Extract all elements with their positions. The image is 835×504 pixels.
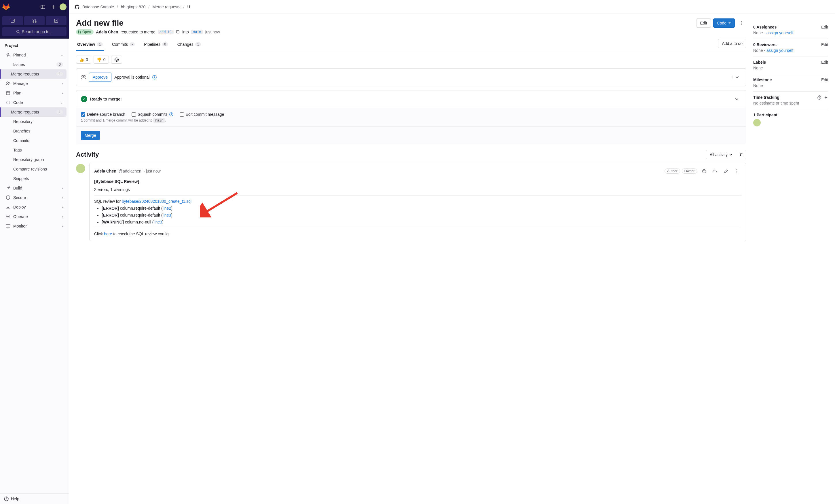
- edit-link[interactable]: Edit: [821, 25, 828, 29]
- svg-point-9: [8, 82, 10, 83]
- sidebar-item-operate[interactable]: Operate ›: [2, 212, 66, 221]
- kebab-icon: [736, 169, 737, 174]
- edit-link[interactable]: Edit: [821, 60, 828, 64]
- chevron-down-icon: [735, 76, 739, 79]
- help-circle-icon[interactable]: [152, 75, 157, 80]
- timer-icon[interactable]: [817, 95, 821, 100]
- edit-link[interactable]: Edit: [821, 78, 828, 82]
- merge-request-shortcut-icon[interactable]: [24, 16, 45, 25]
- line-link[interactable]: line3: [163, 213, 171, 218]
- search-input[interactable]: Search or go to...: [2, 27, 66, 36]
- thumbs-up-button[interactable]: 👍0: [76, 56, 91, 64]
- sidebar-item-deploy[interactable]: Deploy ›: [2, 202, 66, 212]
- sidebar-item-snippets[interactable]: Snippets: [2, 174, 66, 183]
- sidebar-item-secure[interactable]: Secure ›: [2, 193, 66, 202]
- assigned-mr-icon[interactable]: [2, 16, 23, 25]
- deploy-icon: [6, 205, 11, 209]
- review-file-link[interactable]: bytebase/202408201800_create_t1.sql: [122, 199, 191, 204]
- participant-avatar[interactable]: [753, 119, 761, 126]
- src-branch[interactable]: add-t1: [158, 30, 174, 34]
- approve-button[interactable]: Approve: [89, 73, 111, 82]
- delete-source-branch-checkbox[interactable]: Delete source branch: [81, 112, 125, 117]
- search-placeholder: Search or go to...: [22, 29, 53, 34]
- edit-note-button[interactable]: [721, 166, 731, 176]
- thumbs-down-button[interactable]: 👎0: [94, 56, 109, 64]
- author-name[interactable]: Adela Chen: [96, 30, 118, 34]
- sidebar-item-label: Repository graph: [13, 157, 44, 162]
- sidebar-pinned-header[interactable]: Pinned ⌄: [2, 51, 66, 60]
- help-circle-icon[interactable]: [169, 112, 173, 116]
- assign-yourself-link[interactable]: assign yourself: [767, 48, 793, 53]
- svg-point-12: [7, 216, 8, 217]
- issue-item: [ERROR] column.require-default (line2): [102, 206, 741, 210]
- code-dropdown-button[interactable]: Code: [713, 18, 735, 28]
- sidebar-item-repository[interactable]: Repository: [2, 117, 66, 126]
- add-reaction-button[interactable]: [111, 56, 122, 64]
- edit-commit-msg-checkbox[interactable]: Edit commit message: [180, 112, 224, 117]
- sidebar-item-branches[interactable]: Branches: [2, 126, 66, 136]
- user-avatar[interactable]: [60, 3, 66, 11]
- sort-direction-button[interactable]: [736, 150, 746, 159]
- sidebar-item-monitor[interactable]: Monitor ›: [2, 221, 66, 231]
- sidebar-item-commits[interactable]: Commits: [2, 136, 66, 145]
- tab-overview[interactable]: Overview1: [76, 39, 104, 51]
- tab-pipelines[interactable]: Pipelines0: [143, 39, 169, 51]
- copy-icon[interactable]: [176, 30, 180, 34]
- assign-yourself-link[interactable]: assign yourself: [767, 31, 793, 35]
- line-link[interactable]: line3: [154, 220, 162, 224]
- note-handle[interactable]: @adelachen: [119, 169, 141, 174]
- plus-icon[interactable]: [49, 3, 57, 11]
- edit-link[interactable]: Edit: [821, 42, 828, 47]
- breadcrumb-link[interactable]: Bytebase Sample: [82, 5, 114, 9]
- milestone-section: MilestoneEdit None: [753, 74, 828, 92]
- config-here-link[interactable]: here: [104, 231, 112, 236]
- dst-branch[interactable]: main: [191, 30, 203, 34]
- note-author[interactable]: Adela Chen: [94, 169, 116, 174]
- svg-line-35: [204, 193, 237, 213]
- note-menu-button[interactable]: [732, 166, 741, 176]
- merge-button[interactable]: Merge: [81, 131, 100, 140]
- help-link[interactable]: Help: [0, 493, 69, 504]
- sidebar-item-manage[interactable]: Manage ›: [2, 79, 66, 88]
- sidebar-pinned-label: Pinned: [13, 53, 26, 57]
- approval-optional-text: Approval is optional: [114, 75, 149, 80]
- sidebar-item-tags[interactable]: Tags: [2, 145, 66, 155]
- chevron-down-icon: [735, 97, 738, 101]
- sidebar-item-repo-graph[interactable]: Repository graph: [2, 155, 66, 164]
- reply-button[interactable]: [710, 166, 719, 176]
- add-todo-button[interactable]: Add a to do: [718, 39, 746, 48]
- svg-point-15: [78, 31, 79, 32]
- gitlab-logo-icon[interactable]: [2, 3, 10, 11]
- collapse-toggle[interactable]: [732, 76, 741, 79]
- kebab-menu-icon[interactable]: [737, 18, 746, 28]
- edit-button[interactable]: Edit: [696, 18, 711, 28]
- tab-commits[interactable]: Commits-: [111, 39, 136, 51]
- calendar-icon: [6, 91, 11, 95]
- note-author-avatar[interactable]: [76, 164, 85, 173]
- tab-changes[interactable]: Changes1: [176, 39, 202, 51]
- squash-commits-checkbox[interactable]: Squash commits: [131, 112, 173, 117]
- merge-hint: 1 commit and 1 merge commit will be adde…: [81, 118, 741, 122]
- project-heading[interactable]: Project: [0, 41, 69, 50]
- collapse-toggle[interactable]: [732, 95, 741, 104]
- todo-shortcut-icon[interactable]: [46, 16, 66, 25]
- panel-toggle-icon[interactable]: [39, 3, 47, 11]
- sidebar-item-compare[interactable]: Compare revisions: [2, 164, 66, 174]
- svg-point-19: [741, 21, 742, 22]
- sidebar-item-build[interactable]: Build ›: [2, 183, 66, 193]
- sidebar-item-label: Branches: [13, 129, 30, 133]
- approvers-icon[interactable]: [81, 75, 86, 80]
- note-time: · just now: [144, 169, 161, 174]
- annotation-arrow: [200, 191, 240, 218]
- sidebar-item-plan[interactable]: Plan ›: [2, 88, 66, 98]
- sidebar-item-merge-requests-pinned[interactable]: Merge requests 1: [0, 69, 66, 79]
- breadcrumb-link[interactable]: bb-gitops-820: [121, 5, 146, 9]
- add-reaction-button[interactable]: [699, 166, 709, 176]
- sidebar-item-merge-requests[interactable]: Merge requests 1: [0, 107, 66, 117]
- sidebar-item-code[interactable]: Code ⌄: [2, 98, 66, 107]
- breadcrumb-link[interactable]: Merge requests: [152, 5, 180, 9]
- line-link[interactable]: line2: [163, 206, 171, 210]
- sidebar-item-issues[interactable]: Issues 0: [2, 60, 66, 69]
- activity-filter-dropdown[interactable]: All activity: [706, 150, 736, 159]
- plus-icon[interactable]: [824, 95, 828, 100]
